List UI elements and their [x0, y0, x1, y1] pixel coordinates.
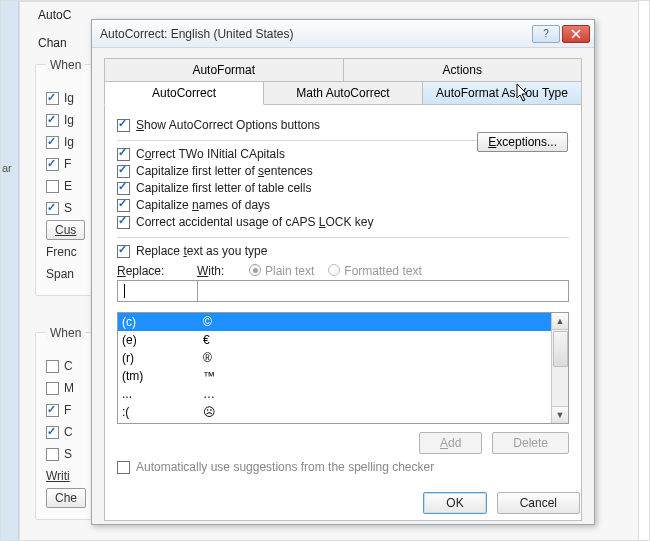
bg-row: M	[46, 379, 90, 397]
titlebar[interactable]: AutoCorrect: English (United States) ?	[92, 20, 594, 48]
list-row[interactable]: (tm)™	[118, 367, 551, 385]
replace-input-row	[117, 280, 569, 302]
bg-group1-label: When	[46, 58, 85, 72]
list-to: ©	[197, 315, 551, 329]
replace-header-row: Replace: With: Plain text Formatted text	[117, 264, 569, 278]
separator	[117, 237, 569, 238]
list-body: (c)© (e)€ (r)® (tm)™ ...… :(☹	[118, 313, 551, 423]
bg-item-label: Ig	[64, 135, 74, 149]
bg-item-label: M	[64, 381, 74, 395]
checkbox-replace-as-type[interactable]	[117, 245, 130, 258]
ok-button[interactable]: OK	[423, 492, 486, 514]
dialog-footer: OK Cancel	[423, 492, 580, 514]
tab-autocorrect[interactable]: AutoCorrect	[104, 81, 264, 105]
checkbox-show-options[interactable]	[117, 119, 130, 132]
label-correct-caps: Correct TWo INitial CApitals	[136, 147, 285, 161]
checkbox-correct-capslock[interactable]	[117, 216, 130, 229]
list-from: (e)	[118, 333, 197, 347]
label-plain-text: Plain text	[265, 264, 314, 278]
bg-row: S	[46, 199, 90, 217]
bg-row: F	[46, 155, 90, 173]
checkbox-icon[interactable]	[46, 448, 59, 461]
label-replace-as-type: Replace text as you type	[136, 244, 267, 258]
add-button: Add	[419, 432, 482, 454]
label-capitalize-sentences: Capitalize first letter of sentences	[136, 164, 313, 178]
check-document-button[interactable]: Che	[46, 488, 86, 508]
bg-row: Che	[46, 489, 90, 507]
checkbox-icon[interactable]	[46, 202, 59, 215]
checkbox-capitalize-sentences[interactable]	[117, 165, 130, 178]
tab-actions[interactable]: Actions	[344, 58, 583, 82]
tab-panel-autocorrect: Show AutoCorrect Options buttons Correct…	[104, 105, 582, 521]
scroll-track[interactable]	[552, 368, 568, 406]
bg-item-label: S	[64, 447, 72, 461]
list-from: (r)	[118, 351, 197, 365]
scrollbar[interactable]: ▲ ▼	[551, 313, 568, 423]
bg-grammar-bar-label: ar	[2, 162, 12, 174]
bg-item-label: Ig	[64, 113, 74, 127]
checkbox-icon[interactable]	[46, 114, 59, 127]
label-capitalize-days: Capitalize names of days	[136, 198, 270, 212]
list-to: ☹	[197, 405, 551, 419]
label-formatted-text: Formatted text	[344, 264, 421, 278]
checkbox-capitalize-cells[interactable]	[117, 182, 130, 195]
autocorrect-list[interactable]: (c)© (e)€ (r)® (tm)™ ...… :(☹ ▲ ▼	[117, 312, 569, 424]
bg-row: C	[46, 357, 90, 375]
tab-row-top: AutoFormat Actions	[104, 58, 582, 82]
bg-item-label: Ig	[64, 91, 74, 105]
checkbox-icon[interactable]	[46, 382, 59, 395]
scroll-thumb[interactable]	[553, 331, 568, 367]
checkbox-icon[interactable]	[46, 360, 59, 373]
bg-change-label: Chan	[38, 36, 67, 50]
bg-row: Ig	[46, 111, 90, 129]
checkbox-correct-two-initial-caps[interactable]	[117, 148, 130, 161]
label-show-options: Show AutoCorrect Options buttons	[136, 118, 320, 132]
dialog-title: AutoCorrect: English (United States)	[100, 27, 530, 41]
with-input[interactable]	[197, 280, 569, 302]
scroll-down-icon[interactable]: ▼	[552, 406, 568, 423]
dialog-body: AutoFormat Actions AutoCorrect Math Auto…	[92, 48, 594, 521]
help-button[interactable]: ?	[532, 25, 560, 43]
cancel-button[interactable]: Cancel	[497, 492, 580, 514]
with-label: With:	[197, 264, 249, 278]
list-from: (c)	[118, 315, 197, 329]
checkbox-icon[interactable]	[46, 180, 59, 193]
checkbox-icon[interactable]	[46, 92, 59, 105]
custom-dict-button[interactable]: Cus	[46, 220, 85, 240]
scroll-up-icon[interactable]: ▲	[552, 313, 568, 330]
checkbox-icon[interactable]	[46, 158, 59, 171]
close-button[interactable]	[562, 25, 590, 43]
bg-autocorrect-label: AutoC	[38, 8, 71, 22]
text-caret	[124, 284, 125, 298]
checkbox-icon[interactable]	[46, 404, 59, 417]
bg-row: E	[46, 177, 90, 195]
exceptions-button[interactable]: Exceptions...	[477, 132, 568, 152]
list-from: ...	[118, 387, 197, 401]
checkbox-icon[interactable]	[46, 136, 59, 149]
replace-input[interactable]	[117, 280, 197, 302]
list-row[interactable]: (r)®	[118, 349, 551, 367]
bg-row: Frenc	[46, 243, 90, 261]
tab-autoformat[interactable]: AutoFormat	[104, 58, 344, 82]
bg-row: S	[46, 445, 90, 463]
list-row[interactable]: (c)©	[118, 313, 551, 331]
tab-autoformat-as-you-type[interactable]: AutoFormat As You Type	[423, 81, 582, 105]
list-row[interactable]: :(☹	[118, 403, 551, 421]
checkbox-capitalize-days[interactable]	[117, 199, 130, 212]
bg-item-label: S	[64, 201, 72, 215]
checkbox-auto-suggestions[interactable]	[117, 461, 130, 474]
list-to: ™	[197, 369, 551, 383]
list-action-buttons: Add Delete	[117, 432, 569, 454]
list-row[interactable]: (e)€	[118, 331, 551, 349]
checkbox-icon[interactable]	[46, 426, 59, 439]
bg-row: Ig	[46, 133, 90, 151]
radio-formatted-text	[328, 264, 340, 276]
label-capitalize-cells: Capitalize first letter of table cells	[136, 181, 311, 195]
list-row[interactable]: ...…	[118, 385, 551, 403]
list-from: (tm)	[118, 369, 197, 383]
label-correct-capslock: Correct accidental usage of cAPS LOCK ke…	[136, 215, 373, 229]
tab-math-autocorrect[interactable]: Math AutoCorrect	[264, 81, 423, 105]
bg-item-label: C	[64, 425, 73, 439]
autocorrect-dialog: AutoCorrect: English (United States) ? A…	[91, 19, 595, 525]
bg-row: Cus	[46, 221, 90, 239]
